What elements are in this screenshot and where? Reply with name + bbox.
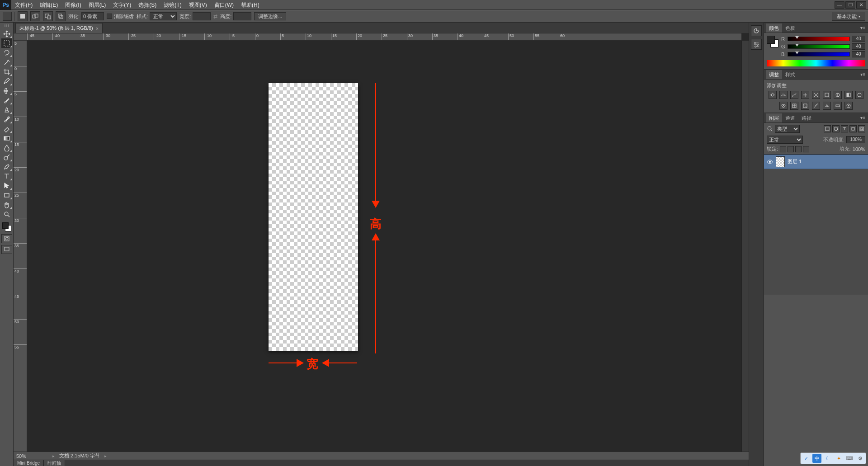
fill-value[interactable]: 100% [853, 146, 865, 152]
menu-file[interactable]: 文件(F) [11, 0, 36, 10]
document-tab[interactable]: 未标题-1 @ 50% (图层 1, RGB/8) × [15, 23, 103, 33]
menu-layer[interactable]: 图层(L) [85, 0, 110, 10]
selection-subtract-icon[interactable] [43, 11, 53, 21]
zoom-chevron-icon[interactable]: ▸ [52, 454, 55, 458]
menu-type[interactable]: 文字(Y) [109, 0, 135, 10]
filter-smart-icon[interactable] [858, 125, 865, 132]
toolbox-grip[interactable] [1, 24, 12, 28]
gradient-tool[interactable] [1, 133, 12, 143]
ime-sparkle-icon[interactable]: ✦ [834, 454, 843, 463]
paths-tab[interactable]: 路径 [798, 113, 815, 122]
color-lookup-icon[interactable] [790, 102, 798, 110]
layer-name[interactable]: 图层 1 [788, 158, 802, 165]
history-brush-tool[interactable] [1, 114, 12, 124]
filter-type-icon[interactable] [841, 125, 848, 132]
path-select-tool[interactable] [1, 181, 12, 190]
r-slider[interactable] [788, 37, 850, 41]
zoom-level[interactable]: 50% [16, 453, 48, 459]
styles-tab[interactable]: 样式 [782, 70, 798, 79]
spot-heal-tool[interactable] [1, 86, 12, 95]
brightness-contrast-icon[interactable] [769, 91, 777, 99]
height-input[interactable] [233, 12, 251, 20]
blur-tool[interactable] [1, 143, 12, 152]
b-slider[interactable] [788, 52, 850, 56]
layer-row[interactable]: 图层 1 [764, 155, 868, 169]
foreground-color[interactable] [2, 222, 9, 229]
restore-button[interactable]: ❐ [845, 1, 855, 9]
ime-moon-icon[interactable]: ☾ [823, 454, 832, 463]
r-value[interactable]: 40 [852, 36, 865, 42]
filter-shape-icon[interactable] [849, 125, 857, 132]
layer-thumbnail[interactable] [776, 156, 785, 167]
photo-filter-icon[interactable] [855, 91, 863, 99]
move-tool[interactable] [1, 29, 12, 38]
ime-check-icon[interactable]: ✓ [802, 454, 811, 463]
selection-add-icon[interactable] [30, 11, 40, 21]
lock-all-icon[interactable] [803, 146, 809, 152]
adjustments-tab[interactable]: 调整 [766, 70, 782, 79]
selection-intersect-icon[interactable] [56, 11, 66, 21]
filter-adjustment-icon[interactable] [832, 125, 840, 132]
levels-icon[interactable] [779, 91, 788, 99]
pen-tool[interactable] [1, 162, 12, 171]
timeline-tab[interactable]: 时间轴 [44, 460, 65, 466]
color-balance-icon[interactable] [834, 91, 842, 99]
filter-pixel-icon[interactable] [824, 125, 831, 132]
adjustments-panel-menu-icon[interactable]: ▾≡ [858, 72, 868, 77]
invert-icon[interactable] [801, 102, 809, 110]
workspace-switcher[interactable]: 基本功能 ▾ [832, 12, 865, 21]
canvas-viewport[interactable]: 高 宽 [27, 41, 741, 455]
screen-mode-icon[interactable] [1, 245, 12, 254]
document-canvas[interactable] [269, 83, 358, 351]
layers-tab[interactable]: 图层 [766, 113, 782, 122]
dodge-tool[interactable] [1, 152, 12, 162]
width-input[interactable] [193, 12, 211, 20]
menu-edit[interactable]: 编辑(E) [36, 0, 61, 10]
vibrance-icon[interactable] [812, 91, 820, 99]
exposure-icon[interactable] [801, 91, 809, 99]
properties-panel-icon[interactable] [751, 39, 762, 50]
b-value[interactable]: 40 [852, 51, 865, 57]
style-select[interactable]: 正常 [150, 12, 177, 20]
curves-icon[interactable] [790, 91, 798, 99]
vertical-scrollbar[interactable] [741, 41, 749, 455]
panel-color-swatch[interactable] [767, 36, 778, 47]
color-panel-menu-icon[interactable]: ▾≡ [858, 25, 868, 30]
menu-image[interactable]: 图像(I) [61, 0, 85, 10]
quick-mask-icon[interactable] [1, 234, 12, 243]
vertical-ruler[interactable]: 50510152025303540455055 [14, 41, 27, 455]
feather-input[interactable] [81, 12, 104, 20]
g-value[interactable]: 40 [852, 43, 865, 50]
menu-help[interactable]: 帮助(H) [237, 0, 263, 10]
zoom-tool[interactable] [1, 209, 12, 219]
ime-lang-icon[interactable]: 中 [812, 454, 821, 463]
color-tab[interactable]: 颜色 [766, 24, 782, 33]
menu-select[interactable]: 选择(S) [135, 0, 160, 10]
color-swatch[interactable] [1, 221, 12, 232]
selection-new-icon[interactable] [18, 11, 28, 21]
swap-dims-icon[interactable]: ⇄ [213, 14, 217, 19]
black-white-icon[interactable] [844, 91, 853, 99]
document-tab-close-icon[interactable]: × [96, 26, 99, 31]
brush-tool[interactable] [1, 95, 12, 105]
layer-list[interactable]: 图层 1 [764, 154, 868, 295]
minimize-button[interactable]: — [835, 1, 844, 9]
hand-tool[interactable] [1, 200, 12, 209]
layers-panel-menu-icon[interactable]: ▾≡ [858, 115, 868, 120]
antialias-checkbox[interactable] [107, 14, 112, 19]
crop-tool[interactable] [1, 67, 12, 76]
channel-mixer-icon[interactable] [779, 102, 788, 110]
ime-gear-icon[interactable]: ⚙ [856, 454, 865, 463]
magic-wand-tool[interactable] [1, 57, 12, 67]
horizontal-ruler[interactable]: -45-40-35-30-25-20-15-10-505101520253035… [27, 33, 741, 41]
filter-kind-select[interactable]: 类型 [775, 125, 800, 133]
menu-filter[interactable]: 滤镜(T) [160, 0, 185, 10]
selective-color-icon[interactable] [844, 102, 853, 110]
gradient-map-icon[interactable] [834, 102, 842, 110]
rect-marquee-tool[interactable] [1, 38, 12, 48]
lock-position-icon[interactable] [795, 146, 802, 152]
eraser-tool[interactable] [1, 124, 12, 133]
eyedropper-tool[interactable] [1, 76, 12, 86]
mini-bridge-tab[interactable]: Mini Bridge [14, 460, 44, 466]
ime-keyboard-icon[interactable]: ⌨ [845, 454, 854, 463]
